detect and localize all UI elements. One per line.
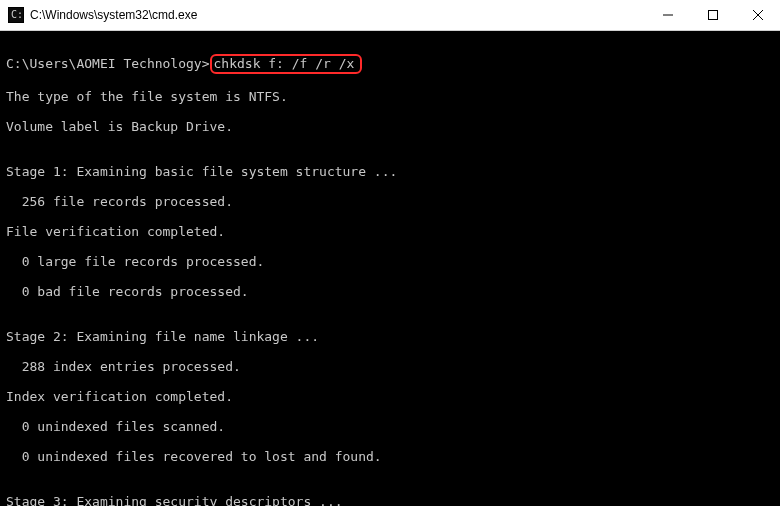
output-line: File verification completed. <box>6 224 774 239</box>
window-controls <box>645 0 780 30</box>
svg-text:C:: C: <box>11 9 23 20</box>
prompt-prefix: C:\Users\AOMEI Technology> <box>6 56 210 71</box>
output-line: 0 unindexed files recovered to lost and … <box>6 449 774 464</box>
output-line: 0 large file records processed. <box>6 254 774 269</box>
output-line: 288 index entries processed. <box>6 359 774 374</box>
titlebar: C: C:\Windows\system32\cmd.exe <box>0 0 780 31</box>
cmd-window: C: C:\Windows\system32\cmd.exe C:\Users\… <box>0 0 780 506</box>
output-line: 256 file records processed. <box>6 194 774 209</box>
svg-rect-4 <box>708 11 717 20</box>
output-line: 0 unindexed files scanned. <box>6 419 774 434</box>
close-button[interactable] <box>735 0 780 30</box>
window-title: C:\Windows\system32\cmd.exe <box>30 8 645 22</box>
output-line: Stage 2: Examining file name linkage ... <box>6 329 774 344</box>
command-highlight: chkdsk f: /f /r /x <box>210 54 363 74</box>
output-line: Stage 3: Examining security descriptors … <box>6 494 774 506</box>
output-line: The type of the file system is NTFS. <box>6 89 774 104</box>
console-output[interactable]: C:\Users\AOMEI Technology>chkdsk f: /f /… <box>0 31 780 506</box>
output-line: Stage 1: Examining basic file system str… <box>6 164 774 179</box>
maximize-button[interactable] <box>690 0 735 30</box>
output-line: Index verification completed. <box>6 389 774 404</box>
minimize-button[interactable] <box>645 0 690 30</box>
output-line: 0 bad file records processed. <box>6 284 774 299</box>
output-line: Volume label is Backup Drive. <box>6 119 774 134</box>
cmd-icon: C: <box>8 7 24 23</box>
